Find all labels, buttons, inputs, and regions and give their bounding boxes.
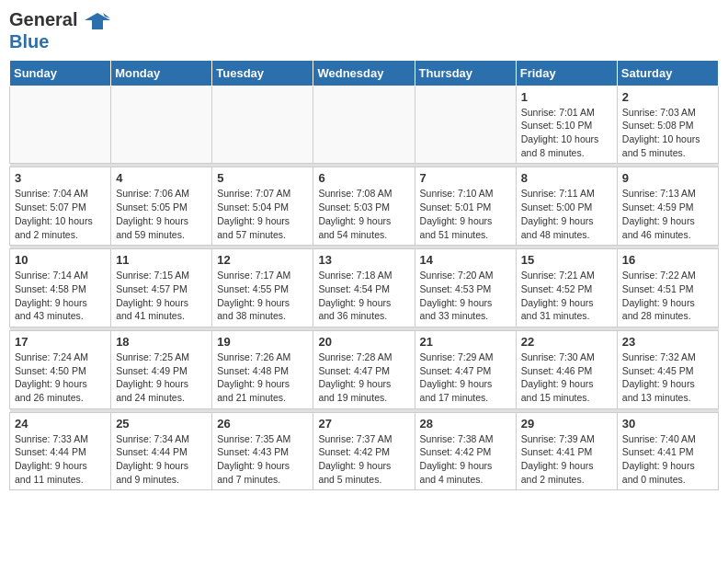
day-number: 30 (622, 417, 713, 431)
day-number: 14 (420, 253, 511, 267)
day-number: 25 (116, 417, 207, 431)
calendar-cell: 25Sunrise: 7:34 AMSunset: 4:44 PMDayligh… (111, 412, 212, 490)
day-info: Sunrise: 7:03 AMSunset: 5:08 PMDaylight:… (622, 106, 713, 160)
day-number: 27 (318, 417, 409, 431)
day-number: 20 (318, 335, 409, 349)
calendar-cell: 26Sunrise: 7:35 AMSunset: 4:43 PMDayligh… (212, 412, 313, 490)
day-number: 28 (420, 417, 511, 431)
day-header: Wednesday (313, 60, 415, 86)
calendar-cell (111, 86, 212, 164)
calendar-cell: 5Sunrise: 7:07 AMSunset: 5:04 PMDaylight… (212, 167, 313, 246)
day-info: Sunrise: 7:10 AMSunset: 5:01 PMDaylight:… (420, 187, 511, 241)
calendar-cell (10, 86, 111, 164)
day-number: 7 (420, 171, 511, 185)
calendar-cell: 6Sunrise: 7:08 AMSunset: 5:03 PMDaylight… (313, 167, 415, 246)
day-info: Sunrise: 7:15 AMSunset: 4:57 PMDaylight:… (116, 269, 207, 323)
day-header: Tuesday (212, 60, 313, 86)
day-info: Sunrise: 7:04 AMSunset: 5:07 PMDaylight:… (15, 187, 106, 241)
day-number: 17 (15, 335, 106, 349)
day-info: Sunrise: 7:33 AMSunset: 4:44 PMDaylight:… (15, 432, 106, 487)
calendar-cell (212, 86, 313, 164)
day-info: Sunrise: 7:40 AMSunset: 4:41 PMDaylight:… (622, 432, 713, 487)
day-info: Sunrise: 7:32 AMSunset: 4:45 PMDaylight:… (622, 350, 713, 405)
header-row: SundayMondayTuesdayWednesdayThursdayFrid… (10, 60, 719, 86)
day-number: 29 (521, 417, 612, 431)
day-info: Sunrise: 7:25 AMSunset: 4:49 PMDaylight:… (116, 350, 207, 405)
logo: General Blue (9, 9, 110, 52)
calendar-cell (313, 86, 415, 164)
day-info: Sunrise: 7:39 AMSunset: 4:41 PMDaylight:… (521, 432, 612, 487)
day-info: Sunrise: 7:26 AMSunset: 4:48 PMDaylight:… (217, 350, 308, 405)
logo-general: General (9, 9, 77, 29)
calendar-week-row: 10Sunrise: 7:14 AMSunset: 4:58 PMDayligh… (10, 249, 719, 327)
day-info: Sunrise: 7:07 AMSunset: 5:04 PMDaylight:… (217, 187, 308, 241)
day-info: Sunrise: 7:24 AMSunset: 4:50 PMDaylight:… (15, 350, 106, 405)
calendar-cell: 21Sunrise: 7:29 AMSunset: 4:47 PMDayligh… (415, 330, 516, 408)
day-number: 9 (622, 171, 713, 185)
day-number: 13 (318, 253, 409, 267)
day-number: 11 (116, 253, 207, 267)
header: General Blue (9, 9, 719, 52)
day-number: 26 (217, 417, 308, 431)
calendar-cell: 30Sunrise: 7:40 AMSunset: 4:41 PMDayligh… (617, 412, 718, 490)
day-number: 24 (15, 417, 106, 431)
day-number: 8 (521, 171, 612, 185)
calendar-cell: 2Sunrise: 7:03 AMSunset: 5:08 PMDaylight… (617, 86, 718, 164)
day-header: Sunday (10, 60, 111, 86)
day-info: Sunrise: 7:14 AMSunset: 4:58 PMDaylight:… (15, 269, 106, 323)
day-number: 22 (521, 335, 612, 349)
calendar-week-row: 3Sunrise: 7:04 AMSunset: 5:07 PMDaylight… (10, 167, 719, 246)
calendar-cell: 23Sunrise: 7:32 AMSunset: 4:45 PMDayligh… (617, 330, 718, 408)
day-info: Sunrise: 7:11 AMSunset: 5:00 PMDaylight:… (521, 187, 612, 241)
calendar-cell: 29Sunrise: 7:39 AMSunset: 4:41 PMDayligh… (516, 412, 617, 490)
day-number: 6 (318, 171, 409, 185)
calendar-cell: 16Sunrise: 7:22 AMSunset: 4:51 PMDayligh… (617, 249, 718, 327)
day-info: Sunrise: 7:35 AMSunset: 4:43 PMDaylight:… (217, 432, 308, 487)
calendar-cell: 22Sunrise: 7:30 AMSunset: 4:46 PMDayligh… (516, 330, 617, 408)
calendar-week-row: 17Sunrise: 7:24 AMSunset: 4:50 PMDayligh… (10, 330, 719, 408)
logo-blue-text: Blue (9, 31, 49, 52)
calendar-cell: 9Sunrise: 7:13 AMSunset: 4:59 PMDaylight… (617, 167, 718, 246)
day-number: 16 (622, 253, 713, 267)
day-number: 10 (15, 253, 106, 267)
calendar-cell: 1Sunrise: 7:01 AMSunset: 5:10 PMDaylight… (516, 86, 617, 164)
calendar-cell: 24Sunrise: 7:33 AMSunset: 4:44 PMDayligh… (10, 412, 111, 490)
calendar-week-row: 24Sunrise: 7:33 AMSunset: 4:44 PMDayligh… (10, 412, 719, 490)
day-info: Sunrise: 7:13 AMSunset: 4:59 PMDaylight:… (622, 187, 713, 241)
calendar-week-row: 1Sunrise: 7:01 AMSunset: 5:10 PMDaylight… (10, 86, 719, 164)
calendar-cell: 8Sunrise: 7:11 AMSunset: 5:00 PMDaylight… (516, 167, 617, 246)
day-info: Sunrise: 7:38 AMSunset: 4:42 PMDaylight:… (420, 432, 511, 487)
day-number: 18 (116, 335, 207, 349)
day-info: Sunrise: 7:08 AMSunset: 5:03 PMDaylight:… (318, 187, 409, 241)
day-info: Sunrise: 7:21 AMSunset: 4:52 PMDaylight:… (521, 269, 612, 323)
day-info: Sunrise: 7:34 AMSunset: 4:44 PMDaylight:… (116, 432, 207, 487)
day-info: Sunrise: 7:30 AMSunset: 4:46 PMDaylight:… (521, 350, 612, 405)
day-header: Thursday (415, 60, 516, 86)
day-number: 15 (521, 253, 612, 267)
calendar-cell: 28Sunrise: 7:38 AMSunset: 4:42 PMDayligh… (415, 412, 516, 490)
day-number: 21 (420, 335, 511, 349)
calendar-cell: 14Sunrise: 7:20 AMSunset: 4:53 PMDayligh… (415, 249, 516, 327)
day-info: Sunrise: 7:18 AMSunset: 4:54 PMDaylight:… (318, 269, 409, 323)
day-number: 2 (622, 90, 713, 104)
day-number: 4 (116, 171, 207, 185)
calendar-cell: 27Sunrise: 7:37 AMSunset: 4:42 PMDayligh… (313, 412, 415, 490)
calendar-cell: 3Sunrise: 7:04 AMSunset: 5:07 PMDaylight… (10, 167, 111, 246)
calendar: SundayMondayTuesdayWednesdayThursdayFrid… (9, 60, 719, 491)
day-info: Sunrise: 7:29 AMSunset: 4:47 PMDaylight:… (420, 350, 511, 405)
calendar-cell: 7Sunrise: 7:10 AMSunset: 5:01 PMDaylight… (415, 167, 516, 246)
day-header: Friday (516, 60, 617, 86)
calendar-cell: 12Sunrise: 7:17 AMSunset: 4:55 PMDayligh… (212, 249, 313, 327)
day-header: Monday (111, 60, 212, 86)
day-info: Sunrise: 7:28 AMSunset: 4:47 PMDaylight:… (318, 350, 409, 405)
calendar-cell: 15Sunrise: 7:21 AMSunset: 4:52 PMDayligh… (516, 249, 617, 327)
calendar-cell: 18Sunrise: 7:25 AMSunset: 4:49 PMDayligh… (111, 330, 212, 408)
day-info: Sunrise: 7:01 AMSunset: 5:10 PMDaylight:… (521, 106, 612, 160)
calendar-cell: 20Sunrise: 7:28 AMSunset: 4:47 PMDayligh… (313, 330, 415, 408)
day-number: 1 (521, 90, 612, 104)
svg-marker-0 (85, 13, 110, 29)
calendar-cell: 11Sunrise: 7:15 AMSunset: 4:57 PMDayligh… (111, 249, 212, 327)
calendar-cell: 19Sunrise: 7:26 AMSunset: 4:48 PMDayligh… (212, 330, 313, 408)
calendar-cell: 17Sunrise: 7:24 AMSunset: 4:50 PMDayligh… (10, 330, 111, 408)
calendar-cell: 13Sunrise: 7:18 AMSunset: 4:54 PMDayligh… (313, 249, 415, 327)
